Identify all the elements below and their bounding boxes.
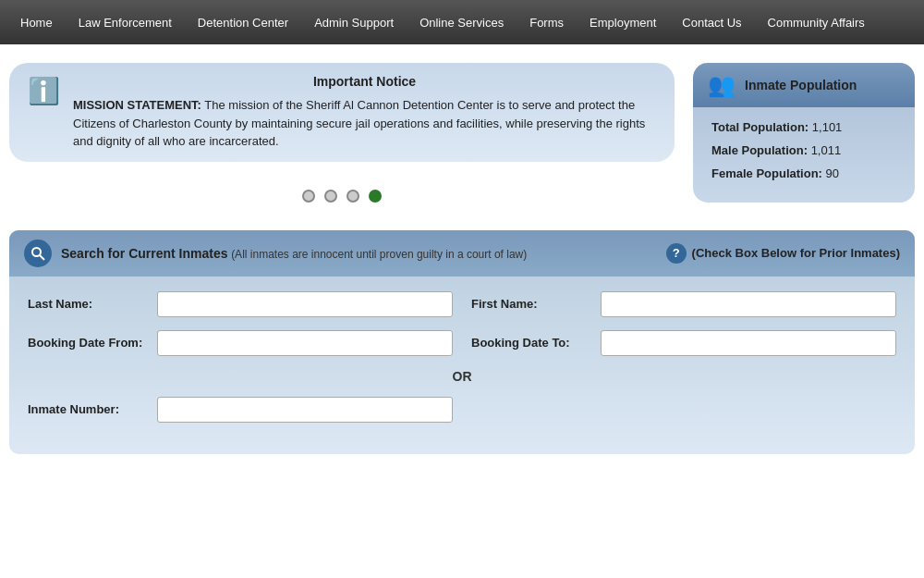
carousel-dot-4[interactable] bbox=[369, 190, 382, 203]
male-population-row: Male Population: 1,011 bbox=[711, 143, 896, 157]
notice-box: ℹ️ Important Notice MISSION STATEMENT: T… bbox=[9, 63, 675, 162]
nav-admin-support[interactable]: Admin Support bbox=[301, 16, 407, 30]
name-row: Last Name: First Name: bbox=[28, 291, 896, 317]
search-title: Search for Current Inmates bbox=[61, 246, 228, 261]
notice-content: Important Notice MISSION STATEMENT: The … bbox=[73, 74, 656, 151]
search-section: Search for Current Inmates (All inmates … bbox=[9, 230, 915, 454]
first-name-group: First Name: bbox=[471, 291, 896, 317]
search-title-container: Search for Current Inmates (All inmates … bbox=[61, 246, 527, 261]
total-population-label: Total Population: bbox=[711, 120, 808, 134]
prior-inmates-label: (Check Box Below for Prior Inmates) bbox=[692, 246, 900, 260]
or-divider: OR bbox=[28, 369, 896, 384]
notice-title: Important Notice bbox=[73, 74, 656, 89]
people-icon: 👥 bbox=[708, 72, 736, 98]
notice-icon: ℹ️ bbox=[28, 76, 60, 106]
carousel-dot-3[interactable] bbox=[346, 190, 359, 203]
male-population-value: 1,011 bbox=[811, 143, 842, 157]
female-population-label: Female Population: bbox=[711, 166, 822, 180]
carousel-dot-1[interactable] bbox=[302, 190, 315, 203]
inmate-number-group: Inmate Number: bbox=[28, 397, 453, 423]
female-population-value: 90 bbox=[826, 166, 839, 180]
svg-line-1 bbox=[40, 255, 44, 260]
left-panel: ℹ️ Important Notice MISSION STATEMENT: T… bbox=[9, 63, 675, 212]
right-panel: 👥 Inmate Population Total Population: 1,… bbox=[693, 63, 915, 212]
question-icon: ? bbox=[666, 243, 687, 264]
prior-inmates-container: ? (Check Box Below for Prior Inmates) bbox=[666, 243, 900, 264]
booking-from-input[interactable] bbox=[157, 330, 453, 356]
population-header: 👥 Inmate Population bbox=[693, 63, 915, 107]
booking-from-group: Booking Date From: bbox=[28, 330, 453, 356]
nav-law-enforcement[interactable]: Law Enforcement bbox=[66, 16, 185, 30]
nav-online-services[interactable]: Online Services bbox=[407, 16, 517, 30]
search-form: Last Name: First Name: Booking Date From… bbox=[9, 277, 915, 423]
search-icon bbox=[24, 240, 52, 267]
notice-text: MISSION STATEMENT: The mission of the Sh… bbox=[73, 96, 656, 151]
inmate-number-row: Inmate Number: bbox=[28, 397, 896, 423]
last-name-input[interactable] bbox=[157, 291, 453, 317]
total-population-value: 1,101 bbox=[812, 120, 843, 134]
nav-contact-us[interactable]: Contact Us bbox=[669, 16, 754, 30]
female-population-row: Female Population: 90 bbox=[711, 166, 896, 180]
navigation: Home Law Enforcement Detention Center Ad… bbox=[0, 0, 924, 44]
nav-forms[interactable]: Forms bbox=[517, 16, 577, 30]
booking-date-row: Booking Date From: Booking Date To: bbox=[28, 330, 896, 356]
inmate-number-input[interactable] bbox=[157, 397, 453, 423]
carousel-dots bbox=[9, 190, 675, 203]
first-name-input[interactable] bbox=[601, 291, 896, 317]
booking-to-label: Booking Date To: bbox=[471, 336, 591, 350]
booking-from-label: Booking Date From: bbox=[28, 336, 148, 350]
last-name-label: Last Name: bbox=[28, 297, 148, 311]
population-stats: Total Population: 1,101 Male Population:… bbox=[693, 107, 915, 203]
total-population-row: Total Population: 1,101 bbox=[711, 120, 896, 134]
male-population-label: Male Population: bbox=[711, 143, 808, 157]
booking-to-input[interactable] bbox=[601, 330, 896, 356]
nav-home[interactable]: Home bbox=[7, 16, 66, 30]
last-name-group: Last Name: bbox=[28, 291, 453, 317]
search-subtitle: (All inmates are innocent until proven g… bbox=[231, 248, 527, 261]
nav-detention-center[interactable]: Detention Center bbox=[185, 16, 301, 30]
inmate-number-label: Inmate Number: bbox=[28, 402, 148, 416]
population-title: Inmate Population bbox=[745, 78, 857, 92]
nav-community-affairs[interactable]: Community Affairs bbox=[755, 16, 878, 30]
search-header: Search for Current Inmates (All inmates … bbox=[9, 230, 915, 277]
main-content: ℹ️ Important Notice MISSION STATEMENT: T… bbox=[0, 44, 924, 230]
booking-to-group: Booking Date To: bbox=[471, 330, 896, 356]
or-label: OR bbox=[453, 369, 472, 384]
notice-bold: MISSION STATEMENT: bbox=[73, 98, 201, 112]
first-name-label: First Name: bbox=[471, 297, 591, 311]
population-box: 👥 Inmate Population Total Population: 1,… bbox=[693, 63, 915, 203]
nav-employment[interactable]: Employment bbox=[577, 16, 669, 30]
carousel-dot-2[interactable] bbox=[324, 190, 337, 203]
svg-point-0 bbox=[32, 248, 41, 256]
